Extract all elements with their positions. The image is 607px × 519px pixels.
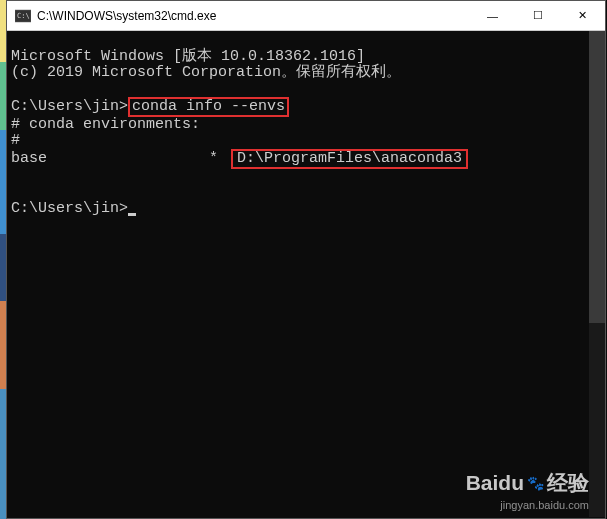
titlebar[interactable]: C:\ C:\WINDOWS\system32\cmd.exe — ☐ ✕ bbox=[7, 1, 605, 31]
maximize-button[interactable]: ☐ bbox=[515, 1, 560, 30]
window-title: C:\WINDOWS\system32\cmd.exe bbox=[37, 9, 470, 23]
close-button[interactable]: ✕ bbox=[560, 1, 605, 30]
copyright-line: (c) 2019 Microsoft Corporation。保留所有权利。 bbox=[11, 64, 401, 81]
paw-icon: 🐾 bbox=[527, 475, 544, 491]
watermark-logo: Baidu🐾经验 bbox=[466, 469, 589, 497]
scrollbar[interactable] bbox=[589, 31, 605, 517]
watermark: Baidu🐾经验 jingyan.baidu.com bbox=[466, 469, 589, 511]
prompt-1-prefix: C:\Users\jin> bbox=[11, 98, 128, 115]
cmd-window: C:\ C:\WINDOWS\system32\cmd.exe — ☐ ✕ Mi… bbox=[6, 0, 606, 519]
env-header: # conda environments: bbox=[11, 116, 200, 133]
cmd-icon: C:\ bbox=[15, 8, 31, 24]
env-base-label: base bbox=[11, 150, 47, 167]
watermark-brand: Baidu bbox=[466, 471, 524, 495]
svg-text:C:\: C:\ bbox=[17, 12, 30, 20]
watermark-url: jingyan.baidu.com bbox=[466, 499, 589, 511]
version-line: Microsoft Windows [版本 10.0.18362.1016] bbox=[11, 48, 365, 65]
terminal-output[interactable]: Microsoft Windows [版本 10.0.18362.1016] (… bbox=[7, 31, 605, 518]
prompt-2: C:\Users\jin> bbox=[11, 200, 128, 217]
path-highlight: D:\ProgramFiles\anaconda3 bbox=[231, 149, 468, 169]
scrollbar-thumb[interactable] bbox=[589, 31, 605, 323]
cursor bbox=[128, 213, 136, 216]
prompt-1-command: conda info --envs bbox=[132, 98, 285, 115]
env-base-star: * bbox=[209, 150, 218, 167]
minimize-button[interactable]: — bbox=[470, 1, 515, 30]
env-hash: # bbox=[11, 132, 20, 149]
command-highlight: conda info --envs bbox=[128, 97, 289, 117]
watermark-brand-cn: 经验 bbox=[547, 469, 589, 497]
env-base-path: D:\ProgramFiles\anaconda3 bbox=[237, 150, 462, 167]
window-controls: — ☐ ✕ bbox=[470, 1, 605, 30]
